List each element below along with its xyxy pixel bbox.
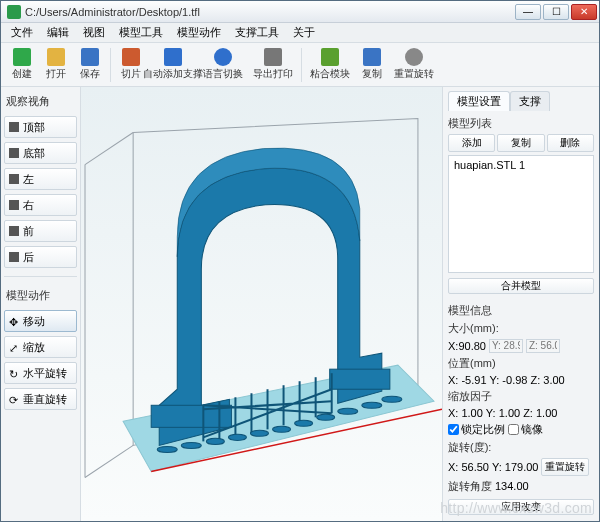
model-listbox[interactable]: huapian.STL 1 bbox=[448, 155, 594, 273]
menu-model-action[interactable]: 模型动作 bbox=[171, 23, 227, 42]
model-list-label: 模型列表 bbox=[448, 116, 594, 131]
model-render bbox=[81, 87, 442, 521]
mirror-checkbox[interactable]: 镜像 bbox=[508, 422, 543, 437]
menu-model-tool[interactable]: 模型工具 bbox=[113, 23, 169, 42]
menu-support-tool[interactable]: 支撑工具 bbox=[229, 23, 285, 42]
svg-point-21 bbox=[338, 408, 358, 414]
paste-module-button[interactable]: 粘合模块 bbox=[305, 45, 355, 85]
language-button[interactable]: 语言切换 bbox=[198, 45, 248, 85]
scale-y: Y: 1.00 bbox=[486, 407, 520, 419]
tab-support[interactable]: 支撑 bbox=[510, 91, 550, 111]
pos-y: Y: -0.98 bbox=[490, 374, 528, 386]
view-top[interactable]: 顶部 bbox=[4, 116, 77, 138]
maximize-button[interactable]: ☐ bbox=[543, 4, 569, 20]
scale-x: X: 1.00 bbox=[448, 407, 483, 419]
pos-z: Z: 3.00 bbox=[530, 374, 564, 386]
rot-x: X: 56.50 bbox=[448, 461, 489, 473]
apply-button[interactable]: 应用改变 bbox=[448, 499, 594, 515]
svg-point-14 bbox=[181, 442, 201, 448]
pos-x: X: -5.91 bbox=[448, 374, 487, 386]
menu-about[interactable]: 关于 bbox=[287, 23, 321, 42]
lock-ratio-checkbox[interactable]: 锁定比例 bbox=[448, 422, 505, 437]
right-panel: 模型设置 支撑 模型列表 添加 复制 删除 huapian.STL 1 合并模型… bbox=[443, 87, 599, 521]
size-y bbox=[489, 339, 523, 353]
svg-point-23 bbox=[382, 396, 402, 402]
menu-view[interactable]: 视图 bbox=[77, 23, 111, 42]
left-panel: 观察视角 顶部 底部 左 右 前 后 模型动作 ✥移动 ⤢缩放 ↻水平旋转 ⟳垂… bbox=[1, 87, 81, 521]
tab-model-settings[interactable]: 模型设置 bbox=[448, 91, 510, 111]
window-title: C:/Users/Administrator/Desktop/1.tfl bbox=[25, 6, 513, 18]
scale-icon: ⤢ bbox=[9, 342, 19, 352]
svg-point-17 bbox=[250, 430, 268, 436]
view-back[interactable]: 后 bbox=[4, 246, 77, 268]
viewport-3d[interactable] bbox=[81, 87, 443, 521]
app-icon bbox=[7, 5, 21, 19]
export-button[interactable]: 导出打印 bbox=[248, 45, 298, 85]
svg-point-16 bbox=[228, 434, 246, 440]
merge-button[interactable]: 合并模型 bbox=[448, 278, 594, 294]
action-vrotate[interactable]: ⟳垂直旋转 bbox=[4, 388, 77, 410]
view-front[interactable]: 前 bbox=[4, 220, 77, 242]
save-button[interactable]: 保存 bbox=[73, 45, 107, 85]
move-icon: ✥ bbox=[9, 316, 19, 326]
menu-file[interactable]: 文件 bbox=[5, 23, 39, 42]
svg-point-18 bbox=[273, 426, 291, 432]
new-button[interactable]: 创建 bbox=[5, 45, 39, 85]
vrotate-icon: ⟳ bbox=[9, 394, 19, 404]
menubar: 文件 编辑 视图 模型工具 模型动作 支撑工具 关于 bbox=[1, 23, 599, 43]
view-right[interactable]: 右 bbox=[4, 194, 77, 216]
action-hrotate[interactable]: ↻水平旋转 bbox=[4, 362, 77, 384]
hrotate-icon: ↻ bbox=[9, 368, 19, 378]
menu-edit[interactable]: 编辑 bbox=[41, 23, 75, 42]
svg-point-15 bbox=[206, 438, 224, 444]
rot-y: Y: 179.00 bbox=[492, 461, 539, 473]
reset-rotation-button[interactable]: 重置旋转 bbox=[389, 45, 439, 85]
action-scale[interactable]: ⤢缩放 bbox=[4, 336, 77, 358]
svg-point-20 bbox=[317, 414, 335, 420]
minimize-button[interactable]: — bbox=[515, 4, 541, 20]
action-group-title: 模型动作 bbox=[4, 285, 77, 306]
close-button[interactable]: ✕ bbox=[571, 4, 597, 20]
action-move[interactable]: ✥移动 bbox=[4, 310, 77, 332]
view-group-title: 观察视角 bbox=[4, 91, 77, 112]
model-info-label: 模型信息 bbox=[448, 303, 594, 318]
svg-point-13 bbox=[157, 446, 177, 452]
view-left[interactable]: 左 bbox=[4, 168, 77, 190]
view-bottom[interactable]: 底部 bbox=[4, 142, 77, 164]
delete-button[interactable]: 删除 bbox=[547, 134, 594, 152]
svg-point-22 bbox=[362, 402, 382, 408]
copy-model-button[interactable]: 复制 bbox=[497, 134, 544, 152]
scale-z: Z: 1.00 bbox=[523, 407, 557, 419]
reset-rot-button[interactable]: 重置旋转 bbox=[541, 458, 589, 476]
open-button[interactable]: 打开 bbox=[39, 45, 73, 85]
copy-button[interactable]: 复制 bbox=[355, 45, 389, 85]
rot-angle: 134.00 bbox=[495, 480, 529, 492]
toolbar: 创建 打开 保存 切片 自动添加支撑 语言切换 导出打印 粘合模块 复制 重置旋… bbox=[1, 43, 599, 87]
svg-rect-3 bbox=[330, 369, 390, 389]
size-x: X:90.80 bbox=[448, 340, 486, 352]
add-button[interactable]: 添加 bbox=[448, 134, 495, 152]
autosupport-button[interactable]: 自动添加支撑 bbox=[148, 45, 198, 85]
list-item[interactable]: huapian.STL 1 bbox=[451, 158, 591, 172]
svg-point-19 bbox=[295, 420, 313, 426]
size-z bbox=[526, 339, 560, 353]
titlebar: C:/Users/Administrator/Desktop/1.tfl — ☐… bbox=[1, 1, 599, 23]
